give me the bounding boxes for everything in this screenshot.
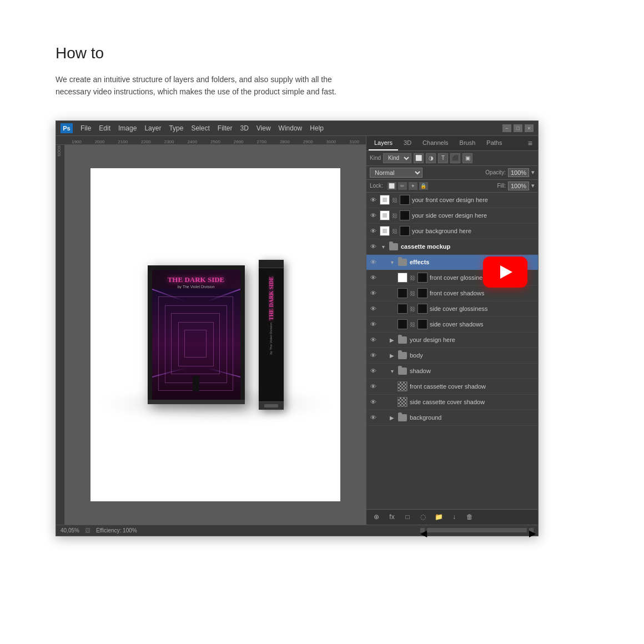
tab-paths[interactable]: Paths — [481, 136, 507, 150]
adjustment-button[interactable]: ◌ — [417, 512, 429, 522]
layer-item[interactable]: 👁 front cassette cover shadow — [366, 379, 538, 395]
scroll-left-button[interactable]: ◀ — [420, 528, 425, 532]
lock-all-icon[interactable]: 🔒 — [419, 182, 428, 190]
blend-mode-select[interactable]: Normal — [370, 168, 422, 178]
new-group-button[interactable]: 📁 — [433, 512, 444, 522]
ruler-tick: 2000 — [88, 139, 112, 144]
folder-icon — [398, 258, 407, 266]
panel-menu-button[interactable]: ≡ — [525, 137, 536, 150]
menu-select[interactable]: Select — [188, 123, 213, 133]
folder-icon — [398, 414, 407, 421]
filter-shape-icon[interactable]: ⬛ — [450, 153, 460, 163]
visibility-toggle[interactable]: 👁 — [369, 289, 378, 298]
minimize-button[interactable]: − — [502, 124, 511, 132]
opacity-value[interactable]: 100% — [508, 168, 529, 177]
ruler-tick: 3100 — [343, 139, 366, 144]
menu-help[interactable]: Help — [306, 123, 327, 133]
ruler-tick: 3000 — [320, 139, 343, 144]
visibility-toggle[interactable]: 👁 — [369, 413, 378, 422]
layer-thumbnail — [398, 381, 407, 391]
tab-brush[interactable]: Brush — [454, 136, 481, 150]
filter-pixel-icon[interactable]: ⬜ — [414, 153, 424, 163]
fill-value[interactable]: 100% — [508, 182, 529, 190]
layers-bottom-toolbar: ⊕ fx □ ◌ 📁 ↓ 🗑 — [366, 509, 538, 525]
layer-thumbnail — [380, 226, 390, 236]
layer-mask-thumbnail — [417, 273, 427, 283]
lock-transparent-icon[interactable]: ⬜ — [388, 182, 396, 190]
layer-item[interactable]: 👁 ⛓ front cover shadows — [366, 286, 538, 301]
visibility-toggle[interactable]: 👁 — [369, 242, 378, 251]
filter-smart-icon[interactable]: ▣ — [462, 153, 472, 163]
visibility-toggle[interactable]: 👁 — [369, 227, 378, 235]
photoshop-window: Ps File Edit Image Layer Type Select Fil… — [56, 120, 539, 536]
visibility-toggle[interactable]: 👁 — [369, 398, 378, 406]
menu-layer[interactable]: Layer — [141, 123, 164, 133]
menu-3d[interactable]: 3D — [237, 123, 251, 133]
expand-toggle[interactable]: ▾ — [380, 243, 386, 250]
kind-select[interactable]: Kind — [383, 153, 411, 163]
layer-name: side cover glossiness — [430, 305, 536, 312]
lock-position-icon[interactable]: ✦ — [409, 182, 417, 190]
ps-logo: Ps — [61, 123, 73, 133]
layer-item[interactable]: 👁 ⛓ your side cover design here — [366, 208, 538, 224]
new-layer-button[interactable]: ↓ — [449, 512, 460, 522]
layer-item[interactable]: 👁 ⛓ side cover shadows — [366, 317, 538, 333]
lock-paint-icon[interactable]: ✏ — [398, 182, 407, 190]
chain-icon: ⛓ — [392, 213, 398, 218]
layer-item[interactable]: 👁 ▶ body — [366, 348, 538, 364]
visibility-toggle[interactable]: 👁 — [369, 273, 378, 282]
canvas-content[interactable]: THE DARK SIDE by The Violet Division — [65, 145, 366, 525]
layer-item[interactable]: 👁 side cassette cover shadow — [366, 395, 538, 410]
visibility-toggle[interactable]: 👁 — [369, 351, 378, 360]
menu-filter[interactable]: Filter — [214, 123, 236, 133]
delete-layer-button[interactable]: 🗑 — [464, 512, 475, 522]
filter-adjust-icon[interactable]: ◑ — [426, 153, 436, 163]
tab-channels[interactable]: Channels — [417, 136, 454, 150]
expand-toggle[interactable]: ▾ — [389, 368, 395, 374]
maximize-button[interactable]: □ — [514, 124, 522, 132]
layer-mask-thumbnail — [417, 304, 427, 314]
visibility-toggle[interactable]: 👁 — [369, 211, 378, 220]
menu-window[interactable]: Window — [275, 123, 306, 133]
add-mask-button[interactable]: □ — [402, 512, 413, 522]
filter-type-icon[interactable]: T — [438, 153, 448, 163]
menu-type[interactable]: Type — [165, 123, 187, 133]
layer-item[interactable]: 👁 ⛓ your background here — [366, 224, 538, 239]
visibility-toggle[interactable]: 👁 — [369, 382, 378, 391]
menu-file[interactable]: File — [77, 123, 94, 133]
expand-toggle[interactable]: ▶ — [389, 336, 395, 343]
layer-item[interactable]: 👁 ⛓ side cover glossiness — [366, 301, 538, 317]
play-icon — [500, 265, 512, 279]
chain-icon: ⛓ — [392, 228, 398, 234]
close-button[interactable]: × — [525, 124, 534, 132]
expand-toggle[interactable]: ▶ — [389, 414, 395, 421]
layer-item[interactable]: 👁 ⛓ your front cover design here — [366, 193, 538, 208]
menu-view[interactable]: View — [253, 123, 274, 133]
youtube-play-button[interactable] — [483, 256, 527, 288]
visibility-toggle[interactable]: 👁 — [369, 335, 378, 344]
expand-toggle[interactable]: ▶ — [389, 352, 395, 359]
visibility-toggle[interactable]: 👁 — [369, 304, 378, 313]
expand-toggle[interactable]: ▾ — [389, 259, 395, 265]
visibility-toggle[interactable]: 👁 — [369, 366, 378, 375]
layer-thumbnail — [398, 319, 407, 329]
layer-item[interactable]: 👁 ▶ your design here — [366, 333, 538, 348]
layer-thumbnail — [398, 273, 407, 283]
menu-image[interactable]: Image — [115, 123, 140, 133]
visibility-toggle[interactable]: 👁 — [369, 258, 378, 266]
fx-button[interactable]: fx — [386, 512, 398, 522]
visibility-toggle[interactable]: 👁 — [369, 320, 378, 329]
visibility-toggle[interactable]: 👁 — [369, 195, 378, 204]
tab-3d[interactable]: 3D — [398, 136, 417, 150]
cassette-side-title: THE DARK SIDE — [268, 276, 274, 320]
ps-main-area: 1900 2000 2100 2200 2300 2400 2500 2600 … — [56, 136, 538, 525]
layer-item[interactable]: 👁 ▾ shadow — [366, 364, 538, 379]
scroll-right-button[interactable]: ▶ — [529, 528, 534, 532]
tab-layers[interactable]: Layers — [369, 136, 398, 150]
link-layers-button[interactable]: ⊕ — [371, 512, 382, 522]
menu-edit[interactable]: Edit — [95, 123, 114, 133]
layer-item[interactable]: 👁 ▶ background — [366, 410, 538, 426]
horizontal-scrollbar[interactable] — [427, 528, 527, 532]
layer-mask-thumbnail — [417, 288, 427, 298]
layer-item[interactable]: 👁 ▾ cassette mockup — [366, 239, 538, 255]
